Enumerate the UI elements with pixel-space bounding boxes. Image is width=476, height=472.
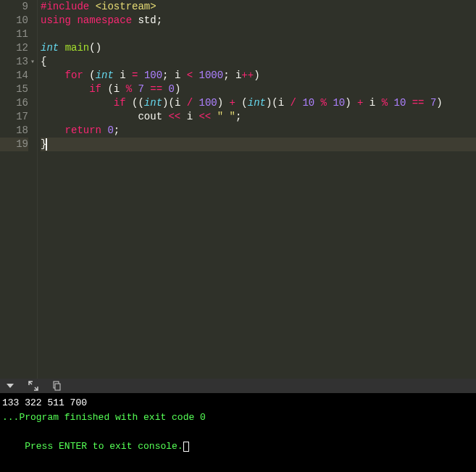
line-number: 9 (0, 0, 28, 14)
code-line[interactable]: for (int i = 100; i < 1000; i++) (41, 69, 476, 83)
line-number: 16 (0, 96, 28, 110)
console-output[interactable]: 133 322 511 700 ...Program finished with… (0, 393, 476, 472)
line-number: 12 (0, 41, 28, 55)
svg-rect-1 (55, 384, 60, 390)
console-line-output: 133 322 511 700 (2, 396, 474, 410)
console-cursor (183, 442, 189, 452)
code-line[interactable]: int main() (41, 41, 476, 55)
line-number: 10 (0, 14, 28, 28)
console-line-finished: ...Program finished with exit code 0 (2, 410, 474, 425)
fold-marker-icon[interactable]: ▾ (30, 55, 35, 69)
code-editor[interactable]: 910111213141516171819 #include <iostream… (0, 0, 476, 379)
line-number: 17 (0, 110, 28, 124)
code-line[interactable]: ▾{ (41, 55, 476, 69)
console-toolbar (0, 379, 476, 393)
chevron-down-icon[interactable] (4, 380, 16, 392)
line-number: 19 (0, 138, 28, 151)
code-line[interactable]: } (41, 138, 476, 151)
expand-icon[interactable] (28, 380, 39, 392)
line-number: 11 (0, 28, 28, 41)
code-line[interactable]: cout << i << " "; (41, 110, 476, 124)
line-number: 15 (0, 83, 28, 96)
code-line[interactable]: return 0; (41, 124, 476, 138)
console-line-prompt: Press ENTER to exit console. (2, 425, 474, 468)
copy-icon[interactable] (51, 380, 62, 392)
line-number: 13 (0, 55, 28, 69)
code-line[interactable]: if ((int)(i / 100) + (int)(i / 10 % 10) … (41, 96, 476, 110)
editor-cursor (46, 138, 47, 151)
line-number: 14 (0, 69, 28, 83)
code-line[interactable] (41, 28, 476, 41)
code-line[interactable]: using namespace std; (41, 14, 476, 28)
code-line[interactable]: if (i % 7 == 0) (41, 83, 476, 96)
code-line[interactable]: #include <iostream> (41, 0, 476, 14)
line-number: 18 (0, 124, 28, 138)
code-area[interactable]: #include <iostream>using namespace std;i… (38, 0, 476, 379)
